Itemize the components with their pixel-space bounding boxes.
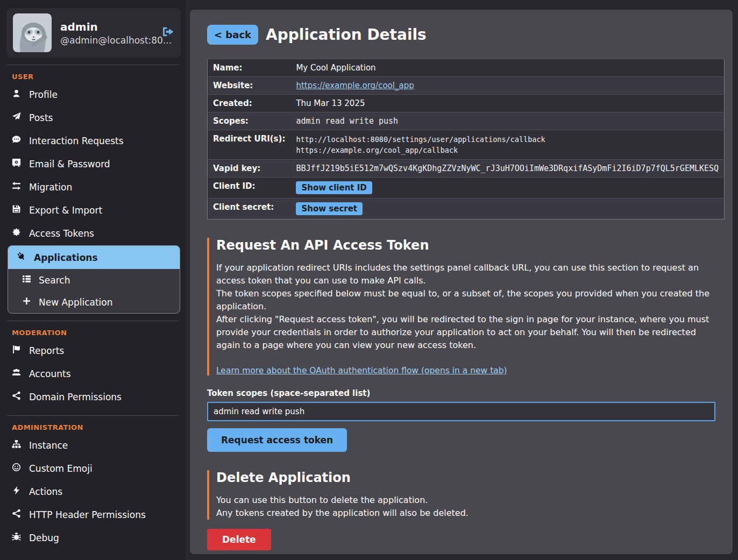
sidebar-item-accounts[interactable]: Accounts [0, 362, 186, 385]
row-label: Vapid key: [208, 160, 291, 178]
section-heading: Request An API Access Token [216, 238, 715, 253]
show-secret-button[interactable]: Show secret [296, 202, 363, 215]
row-label: Created: [208, 95, 291, 112]
application-details-table: Name: My Cool Application Website: https… [207, 59, 725, 219]
sidebar-item-label: HTTP Header Permissions [29, 509, 146, 520]
table-row: Client ID: Show client ID [208, 178, 725, 199]
section-heading: Delete Application [216, 470, 715, 485]
sidebar-item-debug[interactable]: Debug [0, 526, 186, 549]
redirect-uri-value: https://example.org/cool_app/callback [296, 145, 719, 155]
user-card[interactable]: admin @admin@localhost:80... [6, 8, 181, 58]
sidebar-item-http-header-permissions[interactable]: HTTP Header Permissions [0, 503, 186, 526]
nav-section-administration: ADMINISTRATION [12, 423, 186, 431]
sidebar-item-reports[interactable]: Reports [0, 339, 186, 362]
redirect-uri-value: http://localhost:8080/settings/user/appl… [296, 134, 719, 145]
sidebar-item-interaction-requests[interactable]: Interaction Requests [0, 129, 186, 152]
section-paragraph: You can use this button to delete the ap… [216, 494, 715, 507]
sidebar-item-email-password[interactable]: Email & Password [0, 152, 186, 175]
bolt-icon [12, 486, 21, 497]
user-meta: admin @admin@localhost:80... [60, 20, 153, 46]
sidebar-item-label: Domain Permissions [29, 392, 122, 402]
applications-nav-group: Applications Search New Application [8, 245, 180, 314]
sidebar-item-label: Actions [29, 486, 62, 497]
avatar [13, 13, 52, 52]
logout-icon[interactable] [161, 25, 174, 40]
row-label: Website: [208, 77, 291, 95]
comment-dots-icon [12, 135, 21, 146]
row-label: Client ID: [208, 178, 291, 199]
request-token-section: Request An API Access Token If your appl… [207, 238, 715, 375]
created-value: Thu Mar 13 2025 [290, 95, 724, 112]
sidebar-subitem-label: New Application [39, 297, 112, 308]
plug-icon [17, 252, 26, 263]
users-icon [12, 368, 21, 379]
right-left-icon [12, 181, 21, 193]
sidebar-item-actions[interactable]: Actions [0, 480, 186, 503]
sidebar-subitem-label: Search [39, 275, 70, 286]
sidebar-item-instance[interactable]: Instance [0, 434, 186, 457]
sidebar-item-migration[interactable]: Migration [0, 175, 186, 199]
sidebar-item-label: Migration [29, 182, 72, 193]
scopes-value: admin read write push [290, 112, 724, 130]
content-panel: < back Application Details Name: My Cool… [190, 10, 733, 554]
request-access-token-button[interactable]: Request access token [207, 428, 347, 452]
back-button[interactable]: < back [207, 25, 258, 45]
token-scopes-label: Token scopes (space-separated list) [207, 388, 715, 398]
page-title: Application Details [266, 26, 427, 44]
nav-section-user: USER [12, 73, 186, 81]
sidebar-subitem-new-application[interactable]: New Application [8, 291, 180, 313]
flag-icon [12, 345, 21, 356]
table-row: Name: My Cool Application [208, 59, 725, 77]
sidebar-item-label: Posts [29, 112, 53, 123]
sidebar-item-label: Accounts [29, 368, 71, 379]
table-row: Client secret: Show secret [208, 199, 725, 219]
row-label: Client secret: [208, 199, 291, 219]
sidebar-item-label: Profile [29, 89, 58, 100]
website-link[interactable]: https://example.org/cool_app [296, 81, 414, 90]
divider [6, 321, 179, 321]
user-name: admin [60, 20, 153, 33]
sidebar-item-profile[interactable]: Profile [0, 83, 186, 106]
table-row: Website: https://example.org/cool_app [208, 77, 725, 95]
section-paragraph: Any tokens created by the application wi… [216, 507, 715, 520]
section-paragraph: If your application redirect URIs includ… [216, 261, 715, 287]
table-row: Created: Thu Mar 13 2025 [208, 95, 725, 112]
sidebar-item-label: Reports [29, 345, 64, 356]
sidebar-item-domain-permissions[interactable]: Domain Permissions [0, 385, 186, 408]
table-row: Vapid key: BBJffJ219b5iE512m7wQSzv4KgKDh… [208, 160, 725, 178]
sidebar-item-applications[interactable]: Applications [8, 246, 180, 269]
table-row: Scopes: admin read write push [208, 112, 725, 130]
divider [6, 415, 179, 416]
sidebar-item-custom-emoji[interactable]: Custom Emoji [0, 457, 186, 480]
share-nodes-icon [12, 391, 21, 402]
sidebar-item-export-import[interactable]: Export & Import [0, 199, 186, 222]
token-scopes-input[interactable] [207, 402, 715, 421]
delete-button[interactable]: Delete [207, 529, 271, 550]
paper-plane-icon [12, 112, 21, 123]
delete-application-section: Delete Application You can use this butt… [207, 470, 715, 520]
show-client-id-button[interactable]: Show client ID [296, 181, 372, 194]
sidebar-item-access-tokens[interactable]: Access Tokens [0, 222, 186, 245]
sidebar-item-posts[interactable]: Posts [0, 106, 186, 129]
app-name-value: My Cool Application [290, 59, 724, 77]
sidebar-subitem-search[interactable]: Search [8, 269, 180, 291]
section-paragraph: After clicking "Request access token", y… [216, 313, 715, 352]
nav-section-moderation: MODERATION [12, 329, 186, 337]
sidebar-item-label: Instance [29, 440, 68, 451]
face-smile-icon [12, 463, 21, 474]
bug-icon [12, 532, 21, 543]
page-header: < back Application Details [207, 25, 715, 45]
sidebar-item-label: Email & Password [29, 159, 110, 169]
user-icon [12, 89, 21, 100]
row-label: Scopes: [208, 112, 291, 130]
floppy-disk-icon [12, 204, 21, 216]
vapid-key-value: BBJffJ219b5iE512m7wQSzv4KgKDhgZZVzNyWC_r… [290, 160, 724, 178]
oauth-docs-link[interactable]: Learn more about the OAuth authenticatio… [216, 366, 507, 375]
sitemap-icon [12, 440, 21, 451]
section-paragraph: The token scopes specified below must be… [216, 287, 715, 313]
sidebar-item-label: Debug [29, 533, 59, 543]
sidebar-item-label: Applications [34, 252, 98, 263]
share-nodes-icon [12, 509, 21, 520]
sidebar-item-label: Access Tokens [29, 228, 94, 239]
row-label: Redirect URI(s): [208, 130, 291, 160]
